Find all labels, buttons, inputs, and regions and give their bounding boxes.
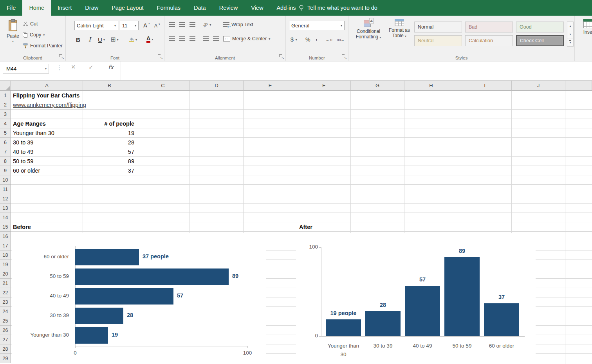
column-header-j[interactable]: J bbox=[512, 81, 565, 91]
menu-tab-formulas[interactable]: Formulas bbox=[150, 0, 187, 16]
font-dialog-launcher[interactable] bbox=[158, 54, 162, 59]
style-bad[interactable]: Bad bbox=[465, 22, 513, 32]
enter-button[interactable] bbox=[88, 64, 94, 71]
row-header-22[interactable]: 22 bbox=[0, 288, 11, 297]
align-bottom-button[interactable] bbox=[190, 20, 195, 29]
cell-a15-before-title[interactable]: Before bbox=[11, 222, 31, 232]
before-bar[interactable] bbox=[75, 308, 123, 324]
insert-button-partial[interactable]: Inse bbox=[579, 19, 592, 35]
menu-tab-add-ins[interactable]: Add-ins bbox=[270, 0, 302, 16]
font-name-dropdown-arrow[interactable] bbox=[114, 24, 116, 27]
chart-before[interactable]: 60 or older37 people50 to 598940 to 4957… bbox=[12, 233, 266, 364]
column-header-e[interactable]: E bbox=[244, 81, 297, 91]
row-header-11[interactable]: 11 bbox=[0, 185, 11, 194]
menu-tab-page-layout[interactable]: Page Layout bbox=[105, 0, 150, 16]
row-header-9[interactable]: 9 bbox=[0, 166, 11, 175]
number-format-select[interactable]: General bbox=[289, 21, 345, 30]
increase-indent-button[interactable] bbox=[213, 34, 219, 43]
style-good[interactable]: Good bbox=[516, 22, 564, 32]
formula-bar-grip[interactable] bbox=[56, 64, 62, 71]
format-as-table-button[interactable]: Format as Table bbox=[386, 19, 413, 39]
column-header-c[interactable]: C bbox=[136, 81, 190, 91]
row-header-26[interactable]: 26 bbox=[0, 326, 11, 335]
select-all-corner[interactable] bbox=[0, 81, 11, 91]
column-header-i[interactable]: I bbox=[458, 81, 512, 91]
percent-style-button[interactable]: % bbox=[305, 35, 310, 44]
style-neutral[interactable]: Neutral bbox=[414, 35, 462, 46]
copy-button[interactable]: Copy bbox=[23, 31, 45, 39]
comma-style-button[interactable]: , bbox=[316, 34, 318, 42]
cell-f15-after-title[interactable]: After bbox=[297, 222, 312, 232]
align-left-button[interactable] bbox=[169, 34, 175, 43]
tell-me-box[interactable]: Tell me what you want to do bbox=[298, 0, 377, 16]
cell-a5-age-range[interactable]: Younger than 30 bbox=[11, 128, 54, 138]
menu-tab-draw[interactable]: Draw bbox=[78, 0, 105, 16]
cell-a6-age-range[interactable]: 30 to 39 bbox=[11, 138, 33, 147]
paste-dropdown-arrow[interactable] bbox=[12, 40, 14, 43]
merge-center-button[interactable]: Merge & Center bbox=[223, 34, 270, 43]
borders-button[interactable] bbox=[110, 35, 118, 44]
alignment-dialog-launcher[interactable] bbox=[279, 54, 284, 59]
format-painter-button[interactable]: Format Painter bbox=[23, 41, 63, 50]
menu-tab-review[interactable]: Review bbox=[213, 0, 245, 16]
row-header-1[interactable]: 1 bbox=[0, 91, 11, 100]
cell-a9-age-range[interactable]: 60 or older bbox=[11, 166, 40, 175]
row-header-2[interactable]: 2 bbox=[0, 100, 11, 110]
menu-tab-file[interactable]: File bbox=[0, 0, 22, 16]
cell-a1-title[interactable]: Flipping Your Bar Charts bbox=[11, 91, 79, 100]
before-bar[interactable] bbox=[75, 327, 108, 344]
after-bar[interactable] bbox=[405, 286, 440, 336]
row-header-4[interactable]: 4 bbox=[0, 119, 11, 128]
row-header-23[interactable]: 23 bbox=[0, 297, 11, 307]
before-bar[interactable] bbox=[75, 249, 139, 265]
row-header-8[interactable]: 8 bbox=[0, 157, 11, 166]
cell-b8-count[interactable]: 89 bbox=[83, 157, 136, 166]
cell-a2-hyperlink[interactable]: www.annkemery.com/flipping bbox=[11, 100, 86, 110]
row-header-16[interactable]: 16 bbox=[0, 232, 11, 241]
italic-button[interactable]: I bbox=[88, 35, 91, 44]
row-header-19[interactable]: 19 bbox=[0, 260, 11, 269]
cell-b4-people-header[interactable]: # of people bbox=[83, 119, 136, 128]
row-header-14[interactable]: 14 bbox=[0, 213, 11, 222]
row-header-17[interactable]: 17 bbox=[0, 241, 11, 250]
cell-b6-count[interactable]: 28 bbox=[83, 138, 136, 147]
align-top-button[interactable] bbox=[169, 20, 175, 29]
cell-b5-count[interactable]: 19 bbox=[83, 128, 136, 138]
orientation-button[interactable] bbox=[203, 20, 211, 29]
cell-a4-age-ranges-header[interactable]: Age Ranges bbox=[11, 119, 46, 128]
styles-more-button[interactable] bbox=[567, 38, 574, 47]
column-header-h[interactable]: H bbox=[404, 81, 458, 91]
wrap-text-button[interactable]: Wrap Text bbox=[223, 20, 253, 29]
row-header-5[interactable]: 5 bbox=[0, 128, 11, 138]
before-bar[interactable] bbox=[75, 288, 173, 305]
number-format-dropdown-arrow[interactable] bbox=[341, 24, 342, 27]
menu-tab-data[interactable]: Data bbox=[187, 0, 213, 16]
after-bar[interactable] bbox=[326, 319, 361, 336]
clipboard-dialog-launcher[interactable] bbox=[59, 54, 64, 59]
row-header-3[interactable]: 3 bbox=[0, 110, 11, 119]
row-header-12[interactable]: 12 bbox=[0, 194, 11, 204]
column-header-f[interactable]: F bbox=[297, 81, 351, 91]
column-header-a[interactable]: A bbox=[11, 81, 83, 91]
column-header-d[interactable]: D bbox=[190, 81, 244, 91]
row-header-24[interactable]: 24 bbox=[0, 307, 11, 316]
style-check-cell[interactable]: Check Cell bbox=[516, 35, 564, 46]
chart-after[interactable]: 100019 peopleYounger than 302830 to 3957… bbox=[296, 233, 536, 364]
underline-button[interactable]: U bbox=[98, 35, 102, 44]
row-header-28[interactable]: 28 bbox=[0, 344, 11, 354]
after-bar[interactable] bbox=[484, 303, 519, 336]
paste-button[interactable]: Paste bbox=[3, 17, 23, 43]
decrease-decimal-button[interactable] bbox=[336, 36, 345, 44]
row-header-18[interactable]: 18 bbox=[0, 250, 11, 260]
style-normal[interactable]: Normal bbox=[414, 22, 462, 32]
row-header-29[interactable]: 29 bbox=[0, 354, 11, 363]
menu-tab-home[interactable]: Home bbox=[22, 0, 51, 16]
accounting-format-button[interactable]: $ bbox=[291, 35, 297, 44]
copy-dropdown-arrow[interactable] bbox=[43, 33, 45, 37]
increase-font-size-button[interactable]: A bbox=[143, 21, 150, 29]
underline-dropdown[interactable] bbox=[103, 35, 105, 44]
formula-input[interactable] bbox=[121, 61, 592, 80]
after-bar[interactable] bbox=[365, 311, 401, 336]
row-header-7[interactable]: 7 bbox=[0, 147, 11, 157]
row-header-15[interactable]: 15 bbox=[0, 222, 11, 232]
